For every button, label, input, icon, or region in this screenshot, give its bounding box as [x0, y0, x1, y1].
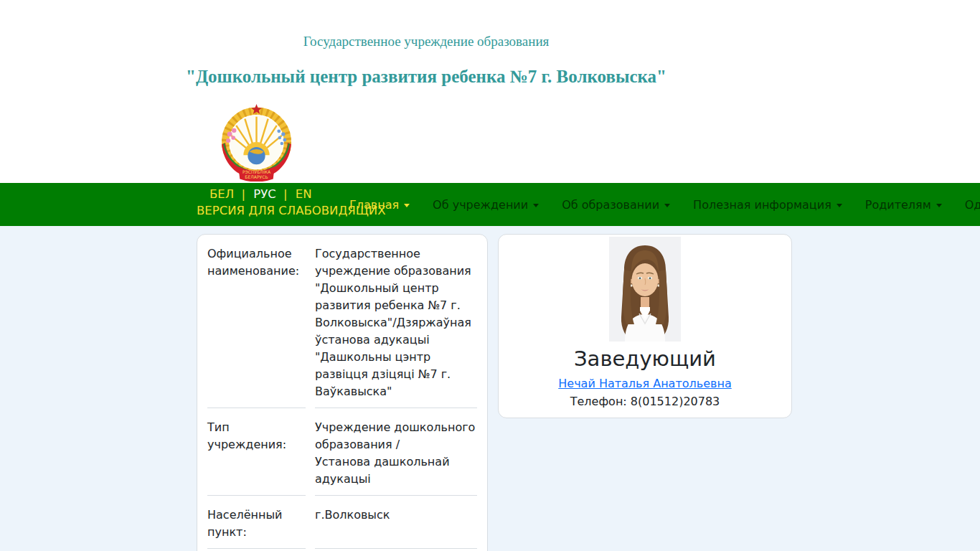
nav-item-label: Об образовании	[562, 198, 659, 212]
emblem-ribbon-text-line1: РЭСПУБЛІКА	[242, 169, 271, 174]
table-row: Тип учреждения: Учреждение дошкольного о…	[207, 408, 477, 495]
row-label: Населённый пункт:	[207, 495, 306, 548]
row-value	[315, 548, 477, 551]
chevron-down-icon	[936, 204, 942, 207]
nav-item-label: Главная	[349, 198, 399, 212]
institution-info-card: Официальное наименование: Государственно…	[197, 234, 488, 551]
nav-item-label: Об учреждении	[433, 198, 528, 212]
main-content: Официальное наименование: Государственно…	[0, 226, 980, 551]
director-photo	[609, 237, 681, 342]
lang-separator: |	[241, 187, 245, 201]
nav-item-label: Полезная информация	[693, 198, 831, 212]
table-row	[207, 548, 477, 551]
nav-item-about-education[interactable]: Об образовании	[550, 198, 682, 212]
lang-rus-link[interactable]: РУС	[253, 187, 276, 201]
nav-item-home[interactable]: Главная	[338, 198, 421, 212]
page: Государственное учреждение образования "…	[0, 0, 980, 551]
emblem-ribbon-text-line2: БЕЛАРУСЬ	[245, 174, 268, 179]
main-navbar: БЕЛ | РУС | EN ВЕРСИЯ ДЛЯ СЛАБОВИДЯЩИХ Г…	[0, 183, 980, 226]
nav-item-label: Родителям	[865, 198, 931, 212]
row-label: Тип учреждения:	[207, 408, 306, 495]
nav-menu: Главная Об учреждении Об образовании Пол…	[338, 183, 980, 226]
lang-en-link[interactable]: EN	[296, 187, 312, 201]
chevron-down-icon	[533, 204, 539, 207]
nav-item-parents[interactable]: Родителям	[854, 198, 953, 212]
nav-item-label: Одно окно	[965, 198, 980, 212]
director-phone: Телефон: 8(01512)20783	[499, 394, 791, 410]
table-row: Официальное наименование: Государственно…	[207, 235, 477, 408]
row-value: Государственное учреждение образования "…	[315, 235, 477, 408]
coat-of-arms-icon: РЭСПУБЛІКА БЕЛАРУСЬ	[217, 101, 296, 182]
chevron-down-icon	[664, 204, 670, 207]
row-label: Официальное наименование:	[207, 235, 306, 408]
director-name-link[interactable]: Нечай Наталья Анатольевна	[558, 377, 731, 391]
row-value: Учреждение дошкольного образования / Уст…	[315, 408, 477, 495]
nav-item-useful-info[interactable]: Полезная информация	[682, 198, 854, 212]
chevron-down-icon	[404, 204, 410, 207]
director-position-title: Заведующий	[499, 347, 791, 371]
director-portrait-image	[609, 237, 681, 342]
nav-item-one-window[interactable]: Одно окно	[953, 198, 980, 212]
row-label	[207, 548, 306, 551]
table-row: Населённый пункт: г.Волковыск	[207, 495, 477, 548]
director-card: Заведующий Нечай Наталья Анатольевна Тел…	[498, 234, 792, 418]
coat-of-arms-belarus: РЭСПУБЛІКА БЕЛАРУСЬ	[217, 101, 296, 182]
lang-bel-link[interactable]: БЕЛ	[209, 187, 234, 201]
language-switcher: БЕЛ | РУС | EN	[209, 187, 312, 202]
org-name-heading: "Дошкольный центр развития ребенка №7 г.…	[168, 66, 684, 88]
chevron-down-icon	[837, 204, 842, 207]
row-value: г.Волковыск	[315, 495, 477, 548]
nav-item-about-institution[interactable]: Об учреждении	[421, 198, 550, 212]
lang-separator: |	[283, 187, 288, 201]
org-type-heading: Государственное учреждение образования	[197, 34, 656, 50]
